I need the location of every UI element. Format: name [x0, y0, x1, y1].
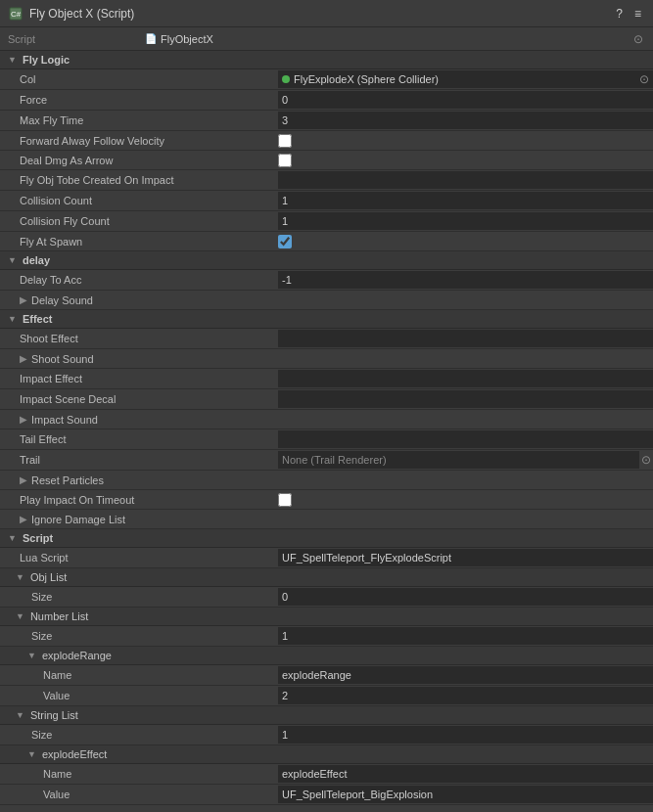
- collision-fly-count-value[interactable]: [278, 212, 653, 230]
- explode-range-header[interactable]: ▼ explodeRange: [0, 647, 653, 665]
- trail-ref-row: None (Trail Renderer) ⊙: [278, 451, 653, 469]
- reset-particles-arrow[interactable]: ▶: [20, 474, 27, 485]
- explode-range-name-value[interactable]: [278, 666, 653, 684]
- trail-row: Trail None (Trail Renderer) ⊙: [0, 450, 653, 471]
- forward-alway-follow-velocity-label: Forward Alway Follow Velocity: [0, 135, 278, 147]
- shoot-effect-value[interactable]: [278, 330, 653, 347]
- shoot-effect-label: Shoot Effect: [0, 333, 278, 344]
- obj-list-size-input[interactable]: [278, 588, 653, 606]
- explode-range-value-input[interactable]: [278, 687, 653, 704]
- explode-range-value-value[interactable]: [278, 687, 653, 704]
- ignore-damage-list-arrow[interactable]: ▶: [20, 514, 27, 524]
- shoot-effect-row: Shoot Effect: [0, 329, 653, 349]
- effect-arrow: ▼: [8, 314, 17, 324]
- number-list-size-row: Size: [0, 626, 653, 647]
- svg-text:C#: C#: [11, 10, 22, 19]
- obj-list-label: Obj List: [30, 571, 67, 583]
- force-row: Force: [0, 90, 653, 111]
- max-fly-time-value[interactable]: [278, 112, 653, 129]
- number-list-size-label: Size: [0, 630, 278, 642]
- trail-label: Trail: [0, 454, 278, 466]
- script-arrow: ▼: [8, 533, 17, 543]
- help-button[interactable]: ?: [612, 5, 627, 23]
- explode-effect-name-input[interactable]: [278, 765, 653, 783]
- string-list-header[interactable]: ▼ String List: [0, 706, 653, 725]
- explode-effect-name-value[interactable]: [278, 765, 653, 783]
- col-row: Col FlyExplodeX (Sphere Collider) ⊙: [0, 69, 653, 90]
- impact-sound-arrow[interactable]: ▶: [20, 414, 27, 425]
- effect-section-header[interactable]: ▼ Effect: [0, 310, 653, 329]
- fly-at-spawn-checkbox[interactable]: [278, 235, 292, 248]
- number-list-header[interactable]: ▼ Number List: [0, 608, 653, 626]
- explode-effect-arrow: ▼: [27, 749, 36, 759]
- trail-target-button[interactable]: ⊙: [639, 453, 653, 467]
- explode-range-value-row: Value: [0, 686, 653, 706]
- obj-list-size-label: Size: [0, 591, 278, 603]
- impact-scene-decal-value[interactable]: [278, 390, 653, 408]
- lua-script-value[interactable]: [278, 549, 653, 566]
- impact-scene-decal-label: Impact Scene Decal: [0, 393, 278, 405]
- max-fly-time-input[interactable]: [278, 112, 653, 129]
- play-impact-on-timeout-value[interactable]: [278, 493, 653, 507]
- fly-at-spawn-value[interactable]: [278, 235, 653, 248]
- number-list-size-value[interactable]: [278, 627, 653, 645]
- impact-scene-decal-row: Impact Scene Decal: [0, 389, 653, 410]
- fly-logic-section-header[interactable]: ▼ Fly Logic: [0, 51, 653, 69]
- script-header-label: Script: [8, 33, 145, 45]
- delay-label: delay: [23, 254, 50, 266]
- force-input[interactable]: [278, 91, 653, 109]
- forward-alway-follow-velocity-checkbox[interactable]: [278, 134, 292, 148]
- settings-button[interactable]: ≡: [630, 5, 645, 23]
- trail-value[interactable]: None (Trail Renderer) ⊙: [278, 451, 653, 469]
- play-impact-on-timeout-label: Play Impact On Timeout: [0, 494, 278, 506]
- col-target-button[interactable]: ⊙: [639, 72, 649, 86]
- col-object-ref[interactable]: FlyExplodeX (Sphere Collider) ⊙: [278, 70, 653, 88]
- string-list-size-value[interactable]: [278, 726, 653, 744]
- collision-count-input[interactable]: [278, 192, 653, 209]
- number-list-arrow: ▼: [16, 611, 24, 621]
- fly-obj-created-on-impact-value[interactable]: [278, 171, 653, 189]
- collision-count-value[interactable]: [278, 192, 653, 209]
- title-text: Fly Object X (Script): [29, 7, 612, 21]
- explode-effect-value-input[interactable]: [278, 786, 653, 803]
- explode-range-name-input[interactable]: [278, 666, 653, 684]
- forward-alway-follow-velocity-value[interactable]: [278, 134, 653, 148]
- shoot-sound-label: ▶ Shoot Sound: [0, 353, 278, 365]
- collision-fly-count-input[interactable]: [278, 212, 653, 230]
- tail-effect-value[interactable]: [278, 430, 653, 448]
- delay-to-acc-value[interactable]: [278, 271, 653, 289]
- string-list-size-input[interactable]: [278, 726, 653, 744]
- script-file-name: FlyObjectX: [161, 33, 628, 45]
- play-impact-on-timeout-row: Play Impact On Timeout: [0, 490, 653, 510]
- explode-effect-header[interactable]: ▼ explodeEffect: [0, 745, 653, 764]
- col-value[interactable]: FlyExplodeX (Sphere Collider) ⊙: [278, 70, 653, 88]
- script-target-button[interactable]: ⊙: [631, 32, 645, 46]
- obj-list-header[interactable]: ▼ Obj List: [0, 568, 653, 587]
- fly-logic-arrow: ▼: [8, 55, 17, 65]
- deal-dmg-as-arrow-value[interactable]: [278, 154, 653, 167]
- obj-list-size-value[interactable]: [278, 588, 653, 606]
- explode-effect-value-value[interactable]: [278, 786, 653, 803]
- play-impact-on-timeout-checkbox[interactable]: [278, 493, 292, 507]
- tail-effect-label: Tail Effect: [0, 433, 278, 445]
- script-header-right: 📄 FlyObjectX ⊙: [145, 32, 645, 46]
- impact-scene-decal-empty: [278, 390, 653, 408]
- impact-effect-value[interactable]: [278, 370, 653, 387]
- force-value[interactable]: [278, 91, 653, 109]
- impact-effect-label: Impact Effect: [0, 373, 278, 384]
- collision-count-label: Collision Count: [0, 195, 278, 206]
- number-list-size-input[interactable]: [278, 627, 653, 645]
- lua-script-input[interactable]: [278, 549, 653, 566]
- script-section-label: Script: [23, 532, 53, 544]
- reset-particles-label: ▶ Reset Particles: [0, 474, 278, 486]
- effect-label: Effect: [23, 313, 53, 325]
- title-bar: C# Fly Object X (Script) ? ≡: [0, 0, 653, 27]
- delay-section-header[interactable]: ▼ delay: [0, 251, 653, 270]
- trail-none-text: None (Trail Renderer): [278, 451, 639, 469]
- delay-sound-arrow[interactable]: ▶: [20, 294, 27, 305]
- shoot-sound-arrow[interactable]: ▶: [20, 353, 27, 364]
- script-section-header[interactable]: ▼ Script: [0, 529, 653, 548]
- delay-to-acc-input[interactable]: [278, 271, 653, 289]
- impact-sound-row: ▶ Impact Sound: [0, 410, 653, 429]
- deal-dmg-as-arrow-checkbox[interactable]: [278, 154, 292, 167]
